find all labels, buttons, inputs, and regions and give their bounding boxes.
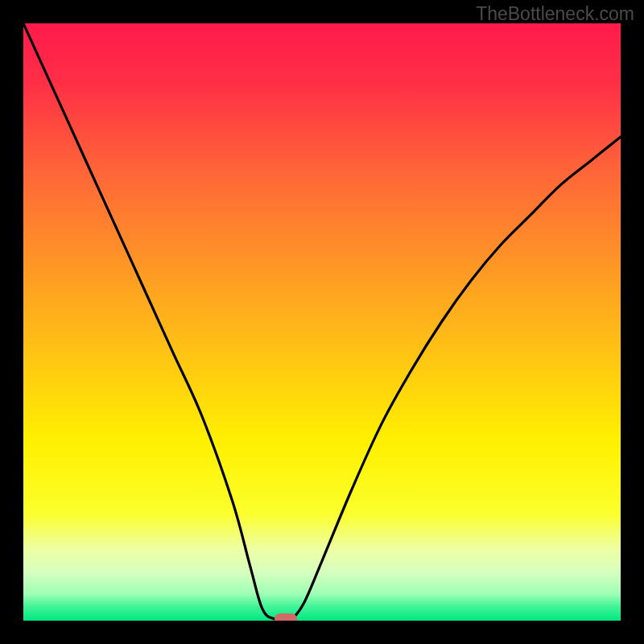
plot-area <box>23 23 621 621</box>
chart-frame: TheBottleneck.com <box>0 0 644 644</box>
bottleneck-curve <box>23 23 621 621</box>
optimal-marker <box>275 613 297 621</box>
attribution-text: TheBottleneck.com <box>476 3 634 25</box>
